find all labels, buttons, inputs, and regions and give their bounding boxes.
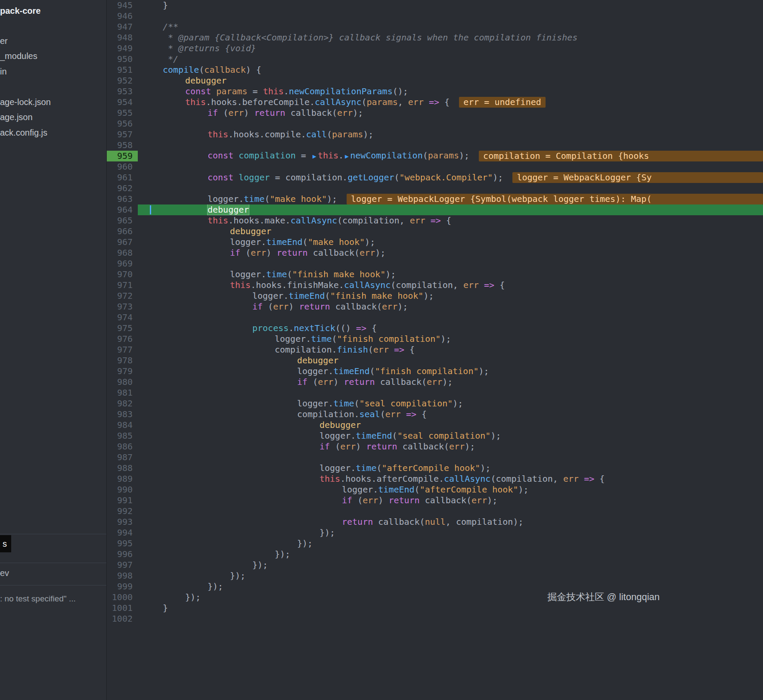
code-content[interactable]: }); <box>138 527 763 538</box>
code-line-956[interactable]: 956 <box>107 118 763 129</box>
code-content[interactable]: process.nextTick(() => { <box>138 323 763 334</box>
code-content[interactable]: if (err) return callback(err); <box>138 301 763 312</box>
code-content[interactable] <box>138 161 763 172</box>
code-line-967[interactable]: 967logger.timeEnd("make hook"); <box>107 237 763 248</box>
code-content[interactable]: logger.timeEnd("finish make hook"); <box>138 291 763 301</box>
line-number[interactable]: 1002 <box>107 613 138 624</box>
code-content[interactable]: logger.time("seal compilation"); <box>138 398 763 409</box>
code-line-968[interactable]: 968if (err) return callback(err); <box>107 248 763 258</box>
code-line-952[interactable]: 952debugger <box>107 75 763 86</box>
code-content[interactable] <box>138 140 763 151</box>
line-number[interactable]: 990 <box>107 484 138 495</box>
sidebar-item-ack-config-js[interactable]: ack.config.js <box>0 126 47 139</box>
line-number[interactable]: 975 <box>107 323 138 334</box>
line-number[interactable]: 961 <box>107 172 138 183</box>
code-line-978[interactable]: 978debugger <box>107 355 763 366</box>
code-content[interactable]: this.hooks.compile.call(params); <box>138 129 763 140</box>
code-line-953[interactable]: 953const params = this.newCompilationPar… <box>107 86 763 97</box>
code-line-964[interactable]: 964debugger <box>107 204 763 215</box>
code-content[interactable] <box>138 387 763 398</box>
line-number[interactable]: 992 <box>107 506 138 517</box>
code-content[interactable]: const params = this.newCompilationParams… <box>138 86 763 97</box>
code-content[interactable]: } <box>138 603 763 613</box>
code-content[interactable]: } <box>138 0 763 11</box>
code-content[interactable]: const logger = compilation.getLogger("we… <box>138 172 763 183</box>
code-line-954[interactable]: 954this.hooks.beforeCompile.callAsync(pa… <box>107 97 763 108</box>
code-line-974[interactable]: 974 <box>107 312 763 323</box>
code-line-996[interactable]: 996}); <box>107 549 763 560</box>
code-line-979[interactable]: 979logger.timeEnd("finish compilation"); <box>107 366 763 377</box>
code-line-959[interactable]: 959const compilation = ▶this.▶newCompila… <box>107 151 763 161</box>
code-content[interactable]: compilation.finish(err => { <box>138 344 763 355</box>
code-content[interactable] <box>138 118 763 129</box>
code-line-998[interactable]: 998}); <box>107 570 763 581</box>
code-content[interactable]: logger.timeEnd("finish compilation"); <box>138 366 763 377</box>
code-content[interactable]: */ <box>138 54 763 65</box>
sidebar-panel-tab[interactable]: s <box>0 535 11 552</box>
code-content[interactable]: this.hooks.afterCompile.callAsync(compil… <box>138 474 763 484</box>
line-number[interactable]: 967 <box>107 237 138 248</box>
code-line-946[interactable]: 946 <box>107 11 763 22</box>
code-content[interactable]: return callback(null, compilation); <box>138 517 763 527</box>
code-content[interactable]: /** <box>138 22 763 32</box>
code-line-990[interactable]: 990logger.timeEnd("afterCompile hook"); <box>107 484 763 495</box>
line-number[interactable]: 972 <box>107 291 138 301</box>
line-number[interactable]: 997 <box>107 560 138 570</box>
line-number[interactable]: 986 <box>107 441 138 452</box>
code-line-977[interactable]: 977compilation.finish(err => { <box>107 344 763 355</box>
sidebar-item-age-lock-json[interactable]: age-lock.json <box>0 96 51 108</box>
line-number[interactable]: 991 <box>107 495 138 506</box>
code-content[interactable] <box>138 183 763 194</box>
line-number[interactable]: 955 <box>107 108 138 118</box>
code-line-986[interactable]: 986if (err) return callback(err); <box>107 441 763 452</box>
line-number[interactable]: 979 <box>107 366 138 377</box>
line-number[interactable]: 951 <box>107 65 138 75</box>
line-number[interactable]: 945 <box>107 0 138 11</box>
code-line-995[interactable]: 995}); <box>107 538 763 549</box>
code-line-993[interactable]: 993return callback(null, compilation); <box>107 517 763 527</box>
line-number[interactable]: 971 <box>107 280 138 291</box>
code-line-962[interactable]: 962 <box>107 183 763 194</box>
code-content[interactable]: if (err) return callback(err); <box>138 495 763 506</box>
code-content[interactable] <box>138 452 763 463</box>
code-line-1000[interactable]: 1000}); <box>107 592 763 603</box>
line-number[interactable]: 998 <box>107 570 138 581</box>
code-line-961[interactable]: 961const logger = compilation.getLogger(… <box>107 172 763 183</box>
line-number[interactable]: 987 <box>107 452 138 463</box>
line-number[interactable]: 981 <box>107 387 138 398</box>
code-line-966[interactable]: 966debugger <box>107 226 763 237</box>
code-content[interactable]: }); <box>138 560 763 570</box>
sidebar-item--modules[interactable]: _modules <box>0 50 37 62</box>
code-line-973[interactable]: 973if (err) return callback(err); <box>107 301 763 312</box>
code-content[interactable]: if (err) return callback(err); <box>138 377 763 387</box>
code-content[interactable]: logger.time("make hook");logger = Webpac… <box>138 194 763 204</box>
code-line-992[interactable]: 992 <box>107 506 763 517</box>
line-number[interactable]: 954 <box>107 97 138 108</box>
code-content[interactable]: if (err) return callback(err); <box>138 248 763 258</box>
line-number[interactable]: 989 <box>107 474 138 484</box>
code-content[interactable]: if (err) return callback(err); <box>138 108 763 118</box>
code-content[interactable]: }); <box>138 570 763 581</box>
code-content[interactable]: compilation.seal(err => { <box>138 409 763 420</box>
line-number[interactable]: 970 <box>107 269 138 280</box>
code-line-985[interactable]: 985logger.timeEnd("seal compilation"); <box>107 431 763 441</box>
line-number[interactable]: 957 <box>107 129 138 140</box>
line-number-breakpoint[interactable]: 959 <box>107 151 138 161</box>
code-line-980[interactable]: 980if (err) return callback(err); <box>107 377 763 387</box>
line-number[interactable]: 1000 <box>107 592 138 603</box>
code-line-971[interactable]: 971this.hooks.finishMake.callAsync(compi… <box>107 280 763 291</box>
code-content[interactable]: }); <box>138 538 763 549</box>
code-content[interactable]: logger.time("finish make hook"); <box>138 269 763 280</box>
code-line-955[interactable]: 955if (err) return callback(err); <box>107 108 763 118</box>
code-line-950[interactable]: 950 */ <box>107 54 763 65</box>
code-content[interactable]: const compilation = ▶this.▶newCompilatio… <box>138 151 763 161</box>
code-content[interactable]: logger.time("afterCompile hook"); <box>138 463 763 474</box>
line-number[interactable]: 965 <box>107 215 138 226</box>
code-content[interactable]: debugger <box>138 420 763 431</box>
line-number[interactable]: 963 <box>107 194 138 204</box>
line-number[interactable]: 976 <box>107 334 138 344</box>
code-line-945[interactable]: 945} <box>107 0 763 11</box>
code-content[interactable] <box>138 613 763 624</box>
line-number[interactable]: 946 <box>107 11 138 22</box>
npm-test-script-item[interactable]: : no test specified" ... <box>0 592 76 605</box>
